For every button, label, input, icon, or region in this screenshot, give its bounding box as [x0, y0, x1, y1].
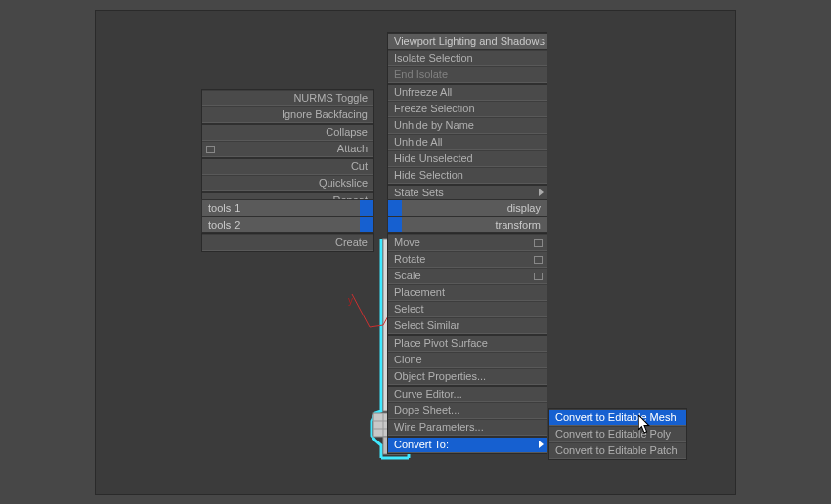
quad-label-text: transform — [496, 219, 541, 231]
options-icon[interactable] — [534, 273, 543, 280]
menu-item-select-similar[interactable]: Select Similar — [388, 317, 547, 334]
menu-item-place-pivot-surface[interactable]: Place Pivot Surface — [388, 334, 547, 352]
menu-item-object-properties[interactable]: Object Properties... — [388, 368, 547, 385]
menu-item-curve-editor[interactable]: Curve Editor... — [388, 385, 547, 402]
quad-marker-icon — [360, 200, 373, 216]
menu-item-convert-editable-patch[interactable]: Convert to Editable Patch — [549, 442, 686, 459]
quad-label-tools2: tools 2 — [201, 216, 374, 233]
options-icon[interactable] — [534, 239, 543, 247]
options-icon[interactable] — [206, 146, 215, 153]
quad-label-tools1: tools 1 — [201, 199, 374, 217]
menu-item-viewport-lighting[interactable]: Viewport Lighting and Shadows — [388, 33, 547, 50]
quad-menu-tools: NURMS Toggle Ignore Backfacing Collapse … — [201, 89, 374, 210]
menu-item-cut[interactable]: Cut — [202, 157, 373, 175]
menu-item-unhide-all[interactable]: Unhide All — [388, 134, 547, 150]
quad-marker-icon — [388, 217, 402, 232]
menu-item-clone[interactable]: Clone — [388, 352, 547, 368]
menu-item-unfreeze-all[interactable]: Unfreeze All — [388, 83, 547, 101]
menu-item-dope-sheet[interactable]: Dope Sheet... — [388, 402, 547, 419]
submenu-convert-to: Convert to Editable Mesh Convert to Edit… — [548, 408, 687, 460]
menu-item-ignore-backfacing[interactable]: Ignore Backfacing — [202, 106, 373, 123]
quad-marker-icon — [388, 200, 402, 216]
menu-item-label: Convert To: — [394, 439, 449, 450]
quad-menu-create: Create — [201, 233, 374, 252]
quad-label-transform: transform — [387, 216, 547, 233]
menu-item-label: State Sets — [394, 187, 444, 198]
menu-item-convert-editable-poly[interactable]: Convert to Editable Poly — [549, 426, 686, 442]
menu-item-unhide-by-name[interactable]: Unhide by Name — [388, 117, 547, 134]
quad-menu-transform: Move Rotate Scale Placement Select Selec… — [387, 233, 547, 454]
menu-item-attach[interactable]: Attach — [202, 141, 373, 157]
menu-item-convert-to[interactable]: Convert To: — [388, 436, 547, 453]
menu-item-label: Viewport Lighting and Shadows — [394, 35, 545, 47]
menu-item-select[interactable]: Select — [388, 301, 547, 317]
menu-item-hide-selection[interactable]: Hide Selection — [388, 167, 547, 184]
menu-item-convert-editable-mesh[interactable]: Convert to Editable Mesh — [549, 409, 686, 426]
menu-item-end-isolate: End Isolate — [388, 66, 547, 83]
quad-menu-display: Viewport Lighting and Shadows Isolate Se… — [387, 32, 547, 219]
chevron-right-icon — [539, 189, 544, 196]
menu-item-quickslice[interactable]: Quickslice — [202, 175, 373, 191]
menu-item-label: Rotate — [394, 253, 425, 265]
menu-item-freeze-selection[interactable]: Freeze Selection — [388, 101, 547, 117]
menu-item-label: Move — [394, 236, 420, 248]
chevron-right-icon — [539, 441, 544, 448]
quad-label-display: display — [387, 199, 547, 217]
menu-item-move[interactable]: Move — [388, 234, 547, 251]
menu-item-placement[interactable]: Placement — [388, 284, 547, 301]
menu-item-nurms-toggle[interactable]: NURMS Toggle — [202, 90, 373, 106]
menu-item-isolate-selection[interactable]: Isolate Selection — [388, 50, 547, 66]
menu-item-label: Scale — [394, 270, 421, 281]
menu-item-label: Attach — [337, 143, 368, 154]
axis-label-y: y — [348, 295, 353, 306]
menu-item-collapse[interactable]: Collapse — [202, 123, 373, 141]
viewport-3d[interactable]: y NURMS Toggle Ignore Backfacing Collaps… — [95, 10, 736, 495]
menu-item-rotate[interactable]: Rotate — [388, 251, 547, 268]
chevron-right-icon — [539, 37, 544, 45]
menu-item-wire-parameters[interactable]: Wire Parameters... — [388, 419, 547, 436]
menu-item-create[interactable]: Create — [202, 234, 373, 251]
menu-item-scale[interactable]: Scale — [388, 268, 547, 284]
menu-item-hide-unselected[interactable]: Hide Unselected — [388, 150, 547, 167]
quad-label-text: tools 1 — [208, 202, 240, 214]
quad-marker-icon — [360, 217, 373, 232]
quad-label-text: display — [507, 202, 541, 214]
quad-label-text: tools 2 — [208, 219, 240, 231]
options-icon[interactable] — [534, 256, 543, 264]
